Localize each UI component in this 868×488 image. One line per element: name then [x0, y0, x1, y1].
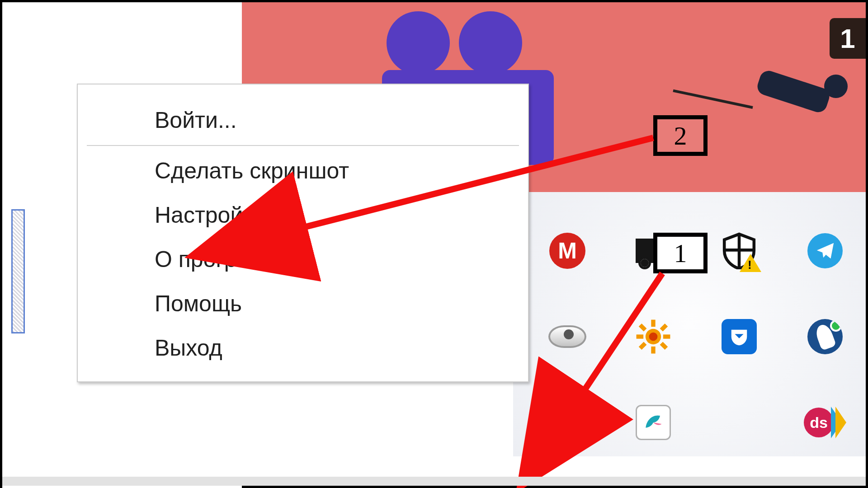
svg-line-10	[283, 138, 653, 233]
bottom-edge	[2, 477, 866, 486]
menu-item-exit[interactable]: Выход	[78, 326, 528, 370]
tray-icon-ds[interactable]: ds	[784, 382, 866, 463]
tray-icon-rocket[interactable]	[784, 296, 866, 377]
svg-line-11	[572, 273, 662, 409]
annotation-arrow-2-to-settings	[264, 129, 671, 266]
illustration-person	[694, 56, 861, 165]
corner-badge-text: 1	[840, 23, 855, 54]
selected-item-edge	[11, 209, 25, 333]
menu-item-help[interactable]: Помощь	[78, 282, 528, 326]
corner-badge: 1	[830, 18, 866, 59]
telegram-icon	[807, 233, 843, 268]
four-squares-icon	[722, 405, 757, 440]
pocket-icon	[722, 319, 757, 354]
ds-play-icon: ds	[802, 405, 848, 440]
shield-warning-icon	[721, 232, 758, 269]
tray-icon-telegram[interactable]	[784, 210, 866, 291]
annotation-label: 2	[674, 121, 687, 151]
canvas: 1 M	[0, 0, 868, 488]
annotation-arrow-1-to-feather	[545, 255, 726, 438]
rocket-icon	[807, 319, 843, 354]
